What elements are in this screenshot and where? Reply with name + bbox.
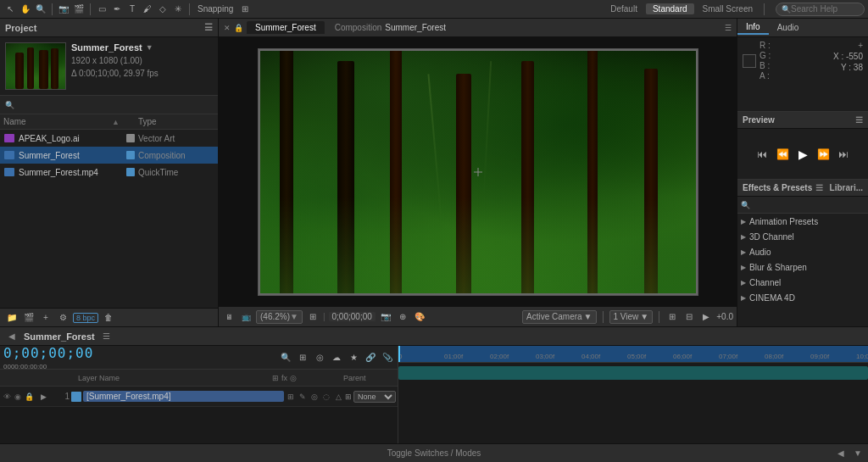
- project-comp-details: 1920 x 1080 (1.00): [71, 54, 218, 67]
- rect-tool-icon[interactable]: ▭: [95, 3, 108, 16]
- project-comp-details2: Δ 0:00;10;00, 29.97 fps: [71, 67, 218, 80]
- eye-icon[interactable]: 👁: [2, 391, 12, 403]
- solo-icon[interactable]: ◉: [13, 391, 23, 403]
- camera-select[interactable]: Active Camera ▼: [522, 310, 596, 324]
- step-forward-button[interactable]: ⏩: [815, 147, 831, 162]
- comp-tab[interactable]: Summer_Forest: [247, 21, 325, 34]
- effects-search-input[interactable]: [753, 200, 865, 209]
- workspace-small-screen[interactable]: Small Screen: [696, 3, 760, 14]
- effect-channel[interactable]: ▶ Channel: [737, 275, 868, 290]
- preview-area[interactable]: [219, 37, 737, 306]
- effect-blur-sharpen[interactable]: ▶ Blur & Sharpen: [737, 259, 868, 275]
- timeline-tool-4[interactable]: ★: [347, 351, 360, 365]
- close-comp-icon[interactable]: ✕: [224, 24, 231, 32]
- timecode-display[interactable]: 0;00;00;00: [329, 312, 376, 321]
- effect-animation-presets[interactable]: ▶ Animation Presets: [737, 214, 868, 229]
- effects-menu-icon[interactable]: ☰: [815, 183, 823, 192]
- timeline-menu-icon[interactable]: ☰: [100, 330, 114, 343]
- new-item-icon[interactable]: +: [39, 311, 53, 325]
- effects-panel-header: Effects & Presets ☰ Librari...: [737, 180, 868, 197]
- camera-icon[interactable]: 📷: [379, 310, 392, 324]
- search-layer-icon[interactable]: 🔍: [279, 351, 292, 365]
- pen-tool-icon[interactable]: ✒: [110, 3, 124, 16]
- timeline-nav-up[interactable]: ▼: [851, 447, 865, 460]
- timeline-tool-3[interactable]: ☁: [330, 351, 343, 365]
- workspace-standard[interactable]: Standard: [646, 3, 694, 14]
- skip-back-button[interactable]: ⏮: [754, 147, 770, 162]
- tab-info[interactable]: Info: [737, 20, 769, 35]
- step-back-button[interactable]: ⏪: [775, 147, 790, 162]
- expand-icon[interactable]: ▶: [41, 392, 47, 401]
- monitor-icon[interactable]: 🖥: [222, 310, 236, 324]
- project-search-input[interactable]: [18, 100, 213, 109]
- project-search-bar[interactable]: 🔍: [0, 96, 218, 114]
- play-button[interactable]: ▶: [795, 147, 810, 162]
- zoom-dropdown-icon[interactable]: ▼: [290, 312, 298, 321]
- arrow-tool-icon[interactable]: ↖: [3, 3, 17, 16]
- camera-tool-icon[interactable]: 📷: [57, 3, 70, 16]
- effect-audio[interactable]: ▶ Audio: [737, 244, 868, 259]
- video-tool-icon[interactable]: 🎬: [72, 3, 86, 16]
- lock-comp-icon[interactable]: 🔒: [234, 24, 243, 32]
- snap-icon[interactable]: ⊕: [396, 310, 409, 324]
- layers-icon[interactable]: ⊟: [682, 310, 696, 324]
- new-folder-icon[interactable]: 📁: [5, 311, 19, 325]
- timeline-tool-5[interactable]: 🔗: [364, 351, 377, 365]
- help-search-input[interactable]: [791, 4, 859, 14]
- display-icon[interactable]: 📺: [239, 310, 253, 324]
- playhead[interactable]: [398, 346, 400, 362]
- effect-3d-channel[interactable]: ▶ 3D Channel: [737, 229, 868, 244]
- timeline-tool-2[interactable]: ◎: [313, 351, 326, 365]
- hand-tool-icon[interactable]: ✋: [19, 3, 32, 16]
- preview-menu-icon[interactable]: ☰: [855, 115, 863, 125]
- timeline-nav-left[interactable]: ◀: [834, 447, 848, 460]
- sort-icon[interactable]: ▲: [112, 118, 120, 126]
- trash-icon[interactable]: 🗑: [102, 311, 115, 325]
- tab-audio[interactable]: Audio: [769, 21, 808, 34]
- timeline-collapse-icon[interactable]: ◀: [5, 330, 19, 343]
- timeline-tool-1[interactable]: ⊞: [296, 351, 309, 365]
- effects-search-bar[interactable]: 🔍: [737, 197, 868, 214]
- effect-cinema4d[interactable]: ▶ CINEMA 4D: [737, 290, 868, 305]
- color-icon[interactable]: 🎨: [413, 310, 426, 324]
- help-search-box[interactable]: 🔍: [776, 3, 865, 16]
- file-item-ai[interactable]: APEAK_Logo.ai Vector Art: [0, 130, 218, 147]
- view-select[interactable]: 1 View ▼: [609, 310, 654, 324]
- zoom-tool-icon[interactable]: 🔍: [34, 3, 47, 16]
- parent-select[interactable]: None: [353, 391, 396, 403]
- effects-search-icon: 🔍: [741, 201, 750, 209]
- comp-dropdown-icon[interactable]: ▼: [146, 43, 153, 52]
- timeline-track-area[interactable]: [398, 363, 868, 443]
- render-icon[interactable]: ▶: [699, 310, 713, 324]
- switches-toggle[interactable]: ⊞: [286, 392, 296, 402]
- project-menu-icon[interactable]: ☰: [204, 22, 213, 33]
- library-tab[interactable]: Librari...: [830, 183, 863, 192]
- layer-effect-icon[interactable]: ◎: [309, 392, 320, 402]
- time-marker-3: 03;00f: [536, 353, 554, 360]
- text-tool-icon[interactable]: T: [125, 3, 139, 16]
- puppet-tool-icon[interactable]: ✳: [171, 3, 185, 16]
- eraser-tool-icon[interactable]: ◇: [156, 3, 170, 16]
- info-audio-tabs: Info Audio: [737, 19, 868, 37]
- layer-geo-icon[interactable]: △: [333, 392, 343, 402]
- paintbrush-icon[interactable]: ✎: [298, 392, 308, 402]
- snapping-icon[interactable]: ⊞: [238, 3, 252, 16]
- timeline-timecode[interactable]: 0;00;00;00: [3, 346, 93, 361]
- new-comp-icon[interactable]: 🎬: [22, 311, 36, 325]
- effect-label-4: Blur & Sharpen: [749, 263, 807, 272]
- zoom-display[interactable]: (46.2%) ▼: [256, 310, 303, 324]
- settings-icon[interactable]: ⚙: [56, 311, 70, 325]
- grid-icon[interactable]: ⊞: [665, 310, 679, 324]
- file-item-comp[interactable]: Summer_Forest Composition: [0, 147, 218, 164]
- layer-name[interactable]: [Summer_Forest.mp4]: [83, 391, 284, 402]
- fit-icon[interactable]: ⊞: [306, 310, 320, 324]
- workspace-default[interactable]: Default: [604, 3, 644, 14]
- skip-forward-button[interactable]: ⏭: [836, 147, 851, 162]
- comp-menu-icon[interactable]: ☰: [725, 24, 732, 32]
- file-item-mp4[interactable]: Summer_Forest.mp4 QuickTime: [0, 164, 218, 181]
- brush-tool-icon[interactable]: 🖌: [141, 3, 154, 16]
- lock-icon[interactable]: 🔒: [24, 391, 34, 403]
- effects-presets-panel: Effects & Presets ☰ Librari... 🔍 ▶ Anima…: [737, 180, 868, 326]
- timeline-tool-6[interactable]: 📎: [381, 351, 394, 365]
- layer-blur-icon[interactable]: ◌: [321, 392, 331, 402]
